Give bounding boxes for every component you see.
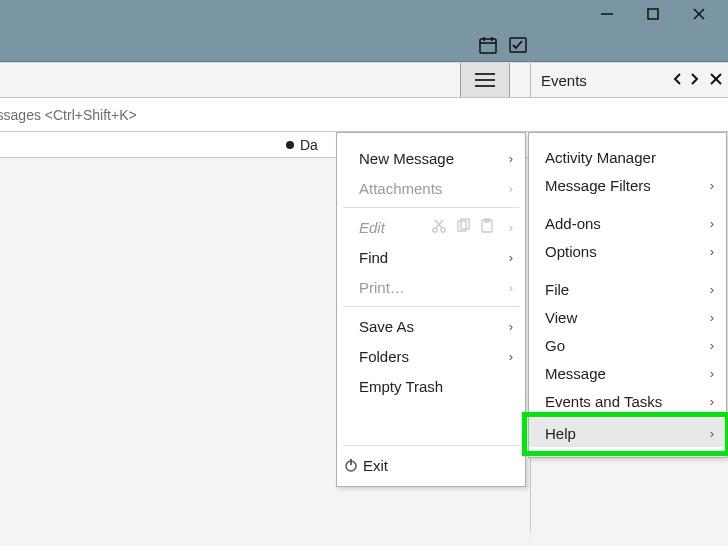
chevron-right-icon: ›	[704, 178, 714, 193]
chevron-right-icon: ›	[704, 426, 714, 441]
menu-attachments: Attachments›	[337, 173, 525, 203]
menu-go[interactable]: Go›	[529, 331, 726, 359]
bottom-fade	[0, 532, 728, 546]
menu-activity-manager[interactable]: Activity Manager	[529, 143, 726, 171]
menu-save-as[interactable]: Save As›	[337, 311, 525, 341]
menu-find[interactable]: Find›	[337, 242, 525, 272]
filter-bar[interactable]: Filter these messages <Ctrl+Shift+K>	[0, 98, 728, 132]
chevron-right-icon: ›	[503, 319, 513, 334]
app-menu: New Message› Attachments› Edit › Find› P…	[336, 132, 526, 487]
menu-events-tasks[interactable]: Events and Tasks›	[529, 387, 726, 415]
chevron-right-icon: ›	[704, 282, 714, 297]
menu-empty-trash[interactable]: Empty Trash	[337, 371, 525, 401]
content-area: Da New Message› Attachments› Edit › Find…	[0, 132, 728, 546]
svg-point-11	[433, 227, 437, 231]
calendar-icon[interactable]	[478, 35, 498, 55]
window-close-button[interactable]	[676, 0, 722, 28]
menu-help[interactable]: Help›	[529, 419, 726, 447]
chevron-right-icon: ›	[704, 338, 714, 353]
chevron-right-icon: ›	[704, 310, 714, 325]
svg-point-12	[441, 227, 445, 231]
copy-icon	[455, 218, 471, 237]
menu-message-filters[interactable]: Message Filters›	[529, 171, 726, 199]
window-titlebar	[0, 0, 728, 28]
svg-rect-1	[648, 9, 658, 19]
chevron-right-icon: ›	[503, 280, 513, 295]
events-pane-header: Events	[530, 63, 728, 97]
chevron-right-icon: ›	[503, 151, 513, 166]
chevron-right-icon: ›	[704, 366, 714, 381]
menu-file[interactable]: File›	[529, 275, 726, 303]
menu-view[interactable]: View›	[529, 303, 726, 331]
menu-folders[interactable]: Folders›	[337, 341, 525, 371]
menu-addons[interactable]: Add-ons›	[529, 209, 726, 237]
status-dot-icon	[286, 141, 294, 149]
chevron-right-icon: ›	[704, 394, 714, 409]
secondary-toolbar	[0, 28, 728, 62]
events-next-button[interactable]	[688, 72, 700, 88]
column-date-label[interactable]: Da	[300, 137, 318, 153]
chevron-right-icon: ›	[503, 220, 513, 235]
app-menu-button[interactable]	[460, 63, 510, 97]
menu-separator	[343, 445, 519, 446]
paste-icon	[479, 218, 495, 237]
window-maximize-button[interactable]	[630, 0, 676, 28]
chevron-right-icon: ›	[503, 181, 513, 196]
svg-rect-4	[480, 39, 496, 53]
menu-new-message[interactable]: New Message›	[337, 143, 525, 173]
menu-separator	[343, 306, 519, 307]
chevron-right-icon: ›	[503, 349, 513, 364]
svg-line-14	[435, 220, 442, 228]
menu-exit[interactable]: Exit	[337, 450, 525, 480]
chevron-right-icon: ›	[704, 216, 714, 231]
filter-placeholder: Filter these messages <Ctrl+Shift+K>	[0, 107, 137, 123]
events-title: Events	[541, 72, 668, 89]
menu-icon	[475, 73, 495, 87]
menu-edit: Edit ›	[337, 212, 525, 242]
main-toolbar: Events	[0, 62, 728, 98]
events-prev-button[interactable]	[672, 72, 684, 88]
svg-line-13	[436, 220, 443, 228]
menu-separator	[343, 207, 519, 208]
chevron-right-icon: ›	[704, 244, 714, 259]
chevron-right-icon: ›	[503, 250, 513, 265]
tasks-icon[interactable]	[508, 35, 528, 55]
menu-print: Print…›	[337, 272, 525, 302]
power-icon	[343, 457, 359, 473]
menu-message[interactable]: Message›	[529, 359, 726, 387]
menu-options[interactable]: Options›	[529, 237, 726, 265]
window-minimize-button[interactable]	[584, 0, 630, 28]
events-close-button[interactable]	[710, 72, 722, 88]
cut-icon	[431, 218, 447, 237]
app-submenu: Activity Manager Message Filters› Add-on…	[528, 132, 727, 458]
